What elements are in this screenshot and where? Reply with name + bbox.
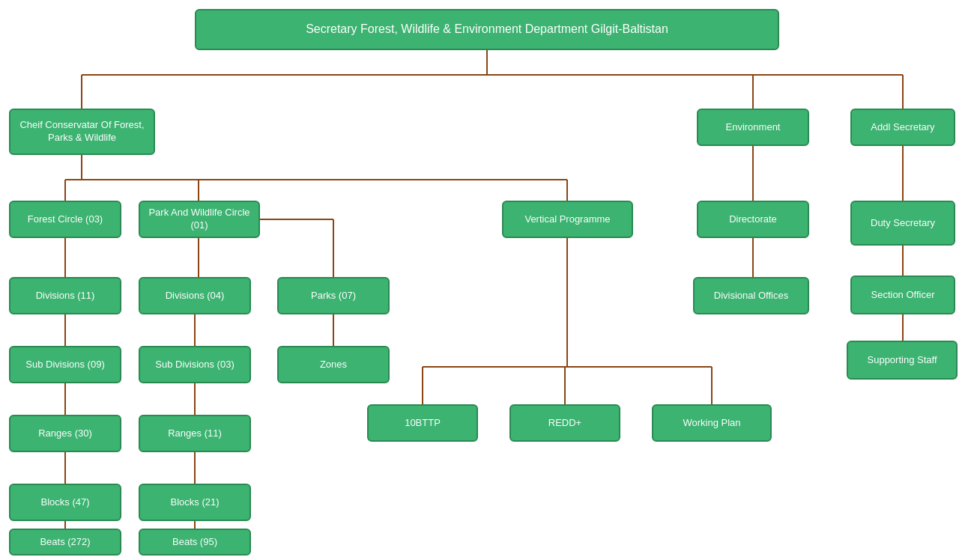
blocks2-node: Blocks (21): [139, 484, 251, 521]
section-officer-node: Section Officer: [850, 276, 955, 314]
park-wildlife-circle-node: Park And Wildlife Circle (01): [139, 201, 260, 238]
blocks1-node: Blocks (47): [9, 484, 121, 521]
divisions2-node: Divisions (04): [139, 277, 251, 314]
supporting-staff-node: Supporting Staff: [847, 341, 958, 380]
subdivisions1-node: Sub Divisions (09): [9, 346, 121, 383]
redd-node: REDD+: [509, 404, 620, 442]
secretary-node: Secretary Forest, Wildlife & Environment…: [195, 9, 779, 50]
parks-node: Parks (07): [277, 277, 390, 314]
forest-circle-node: Forest Circle (03): [9, 201, 121, 238]
directorate-node: Directorate: [697, 201, 809, 238]
vertical-programme-node: Vertical Programme: [502, 201, 633, 238]
zones-node: Zones: [277, 346, 390, 383]
ccf-node: Cheif Conservatar Of Forest, Parks & Wil…: [9, 109, 155, 155]
divisional-offices-node: Divisional Offices: [693, 277, 809, 314]
org-chart: Secretary Forest, Wildlife & Environment…: [0, 0, 974, 560]
beats2-node: Beats (95): [139, 529, 251, 556]
addl-secretary-node: Addl Secretary: [850, 109, 955, 146]
ranges2-node: Ranges (11): [139, 415, 251, 452]
environment-node: Environment: [697, 109, 809, 146]
divisions1-node: Divisions (11): [9, 277, 121, 314]
bttp-node: 10BTTP: [367, 404, 478, 442]
working-plan-node: Working Plan: [652, 404, 772, 442]
beats1-node: Beats (272): [9, 529, 121, 556]
duty-secretary-node: Duty Secretary: [850, 201, 955, 246]
subdivisions2-node: Sub Divisions (03): [139, 346, 251, 383]
ranges1-node: Ranges (30): [9, 415, 121, 452]
